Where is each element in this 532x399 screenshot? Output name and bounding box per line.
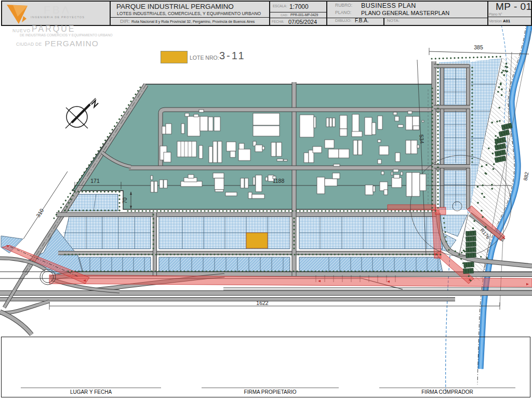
svg-text:534: 534	[418, 134, 425, 144]
svg-text:882: 882	[522, 171, 529, 181]
svg-text:1622: 1622	[256, 300, 269, 306]
svg-text:70: 70	[122, 197, 128, 204]
svg-text:171: 171	[90, 178, 100, 184]
svg-text:385: 385	[474, 44, 483, 50]
svg-text:310: 310	[35, 207, 45, 218]
